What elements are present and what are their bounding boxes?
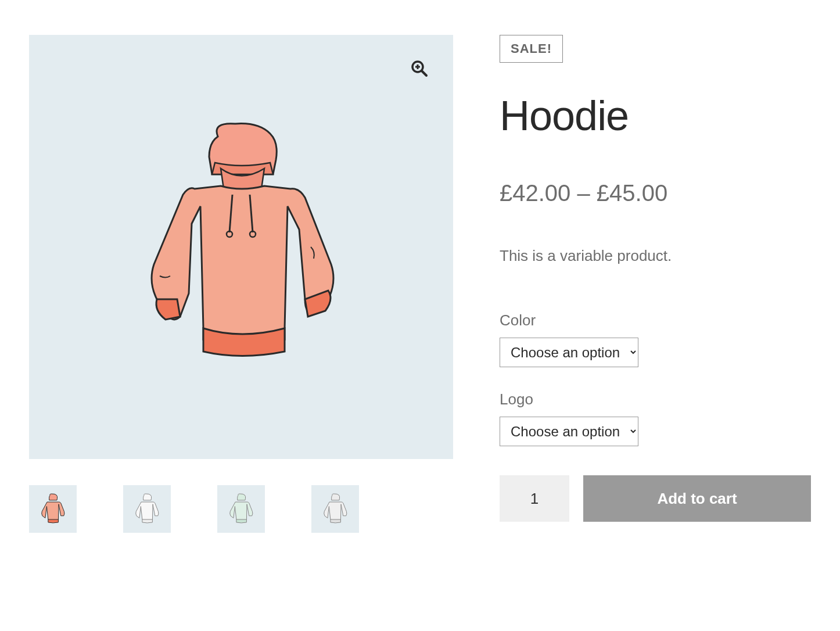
product-description: This is a variable product. (500, 247, 811, 265)
quantity-input[interactable] (500, 475, 569, 522)
hoodie-illustration (125, 119, 357, 375)
zoom-in-icon[interactable] (409, 58, 430, 79)
sale-badge: SALE! (500, 35, 563, 63)
main-product-image[interactable] (29, 35, 453, 459)
product-info: SALE! Hoodie £42.00 – £45.00 This is a v… (500, 35, 811, 533)
thumbnail-3[interactable] (217, 485, 265, 533)
product-gallery (29, 35, 453, 533)
price-range: £42.00 – £45.00 (500, 180, 811, 206)
thumbnail-2[interactable] (123, 485, 171, 533)
color-label: Color (500, 311, 811, 329)
thumbnail-4[interactable] (311, 485, 359, 533)
logo-label: Logo (500, 390, 811, 408)
thumbnail-1[interactable] (29, 485, 77, 533)
logo-select[interactable]: Choose an option (500, 417, 638, 446)
product-title: Hoodie (500, 92, 811, 139)
add-to-cart-button[interactable]: Add to cart (583, 475, 811, 522)
color-select[interactable]: Choose an option (500, 338, 638, 367)
svg-line-5 (422, 71, 426, 76)
thumbnail-row (29, 485, 453, 533)
